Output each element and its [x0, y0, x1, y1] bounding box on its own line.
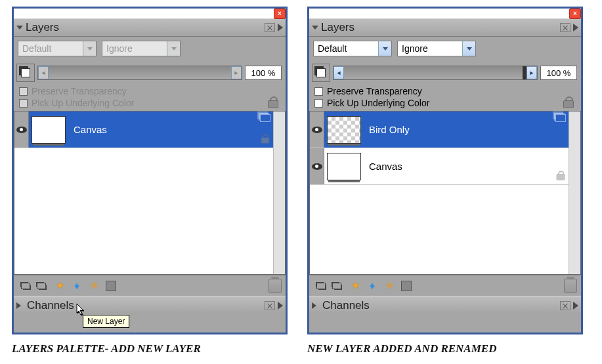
palette-header: Layers	[309, 18, 581, 37]
slider-left-arrow-icon[interactable]: ◄	[333, 66, 344, 79]
visibility-toggle[interactable]	[14, 111, 29, 148]
slider-right-arrow-icon[interactable]: ►	[231, 66, 242, 79]
palette-menu-icon[interactable]	[278, 302, 283, 310]
layer-name-label[interactable]: Canvas	[364, 161, 541, 172]
caption-left: Layers Palette- Add New Layer	[12, 342, 201, 355]
new-group-button[interactable]	[313, 278, 329, 294]
palette-close-icon[interactable]	[560, 301, 570, 310]
layer-thumbnail[interactable]	[324, 150, 364, 183]
channels-title: Channels	[322, 299, 557, 312]
preserve-transparency-checkbox[interactable]: Preserve Transparency	[19, 86, 134, 96]
pickup-color-label: Pick Up Underlying Color	[32, 98, 134, 108]
thumbnail-image	[32, 116, 66, 144]
lock-icon[interactable]	[266, 95, 280, 108]
new-layer-button[interactable]: ✦	[347, 278, 363, 294]
chevron-down-icon	[378, 41, 391, 56]
layer-lock-icon[interactable]	[259, 133, 271, 144]
palette-header: Layers	[14, 18, 286, 37]
new-mask-button[interactable]: ♦	[364, 278, 380, 294]
eye-icon	[16, 127, 27, 133]
thumbnail-image	[327, 153, 361, 180]
layer-row[interactable]: Bird Only	[310, 111, 580, 148]
chevron-down-icon	[83, 41, 96, 56]
window-titlebar: ×	[14, 9, 286, 18]
preserve-transparency-checkbox[interactable]: Preserve Transparency	[314, 86, 429, 96]
layer-to-group-button[interactable]	[330, 278, 346, 294]
pickup-color-checkbox[interactable]: Pick Up Underlying Color	[19, 98, 134, 108]
layer-indicator-icon[interactable]	[312, 64, 330, 82]
visibility-toggle[interactable]	[310, 148, 324, 184]
palette-menu-icon[interactable]	[573, 24, 578, 31]
checkbox-icon	[19, 87, 28, 96]
pickup-color-checkbox[interactable]: Pick Up Underlying Color	[314, 98, 429, 108]
layer-name-label[interactable]: Bird Only	[364, 124, 541, 135]
checkbox-icon	[19, 99, 28, 108]
pickup-color-label: Pick Up Underlying Color	[327, 98, 429, 108]
checkbox-icon	[314, 99, 323, 108]
composite-dropdown[interactable]: Ignore	[102, 41, 181, 56]
composite-value: Ignore	[106, 43, 133, 54]
palette-title: Layers	[321, 21, 557, 34]
layers-palette-right: × Layers Default Ignore ◄ ► 100 % Pre	[307, 7, 583, 334]
window-close-button[interactable]: ×	[274, 9, 286, 19]
opacity-slider[interactable]: ◄ ►	[333, 66, 538, 80]
delete-layer-button[interactable]	[269, 279, 282, 293]
palette-footer: ✦ ♦ ✧	[309, 275, 581, 296]
layer-to-group-button[interactable]	[35, 278, 51, 294]
vertical-scrollbar[interactable]	[273, 111, 285, 274]
new-layer-button[interactable]: ✦	[52, 278, 68, 294]
preserve-transparency-label: Preserve Transparency	[327, 86, 422, 96]
window-close-button[interactable]: ×	[569, 9, 581, 19]
blend-mode-dropdown[interactable]: Default	[18, 41, 97, 56]
layer-list: Bird Only Canvas	[309, 111, 581, 275]
channels-header[interactable]: Channels	[309, 296, 581, 314]
opacity-slider[interactable]: ◄ ►	[37, 66, 242, 80]
checkbox-icon	[314, 87, 323, 96]
palette-close-icon[interactable]	[265, 301, 275, 310]
blend-mode-dropdown[interactable]: Default	[313, 41, 392, 56]
tooltip: New Layer	[83, 315, 129, 328]
thumbnail-image	[327, 116, 361, 144]
thumbnail-button[interactable]	[103, 278, 119, 294]
vertical-scrollbar[interactable]	[569, 111, 580, 274]
new-mask-button[interactable]: ♦	[69, 278, 85, 294]
layers-palette-left: × Layers Default Ignore ◄ ► 100 % Preser…	[12, 7, 288, 334]
layer-row[interactable]: Canvas	[310, 148, 580, 185]
palette-menu-icon[interactable]	[278, 24, 283, 31]
palette-footer: ✦ ♦ ✧	[14, 275, 286, 296]
new-group-button[interactable]	[18, 278, 33, 294]
opacity-row: ◄ ► 100 %	[14, 60, 286, 85]
blend-mode-value: Default	[22, 43, 51, 54]
visibility-toggle[interactable]	[310, 111, 324, 148]
thumbnail-button[interactable]	[398, 278, 414, 294]
collapse-toggle-icon[interactable]	[312, 26, 318, 32]
opacity-input[interactable]: 100 %	[540, 66, 577, 80]
palette-close-icon[interactable]	[560, 23, 570, 32]
layer-thumbnail[interactable]	[29, 113, 68, 146]
caption-right: New Layer Added and Renamed	[307, 342, 496, 355]
composite-dropdown[interactable]: Ignore	[397, 41, 476, 56]
layer-stack-icon	[555, 114, 566, 122]
expand-toggle-icon	[312, 302, 320, 309]
channels-title: Channels	[27, 299, 262, 312]
expand-toggle-icon	[16, 302, 24, 309]
slider-left-arrow-icon[interactable]: ◄	[38, 66, 49, 79]
new-adjustment-button[interactable]: ✧	[381, 278, 397, 294]
layer-thumbnail[interactable]	[324, 113, 364, 146]
palette-close-icon[interactable]	[265, 23, 275, 32]
channels-header[interactable]: Channels	[14, 296, 286, 314]
layer-row[interactable]: Canvas	[14, 111, 285, 148]
new-adjustment-button[interactable]: ✧	[86, 278, 102, 294]
delete-layer-button[interactable]	[564, 279, 577, 293]
palette-menu-icon[interactable]	[573, 302, 578, 310]
layer-name-label[interactable]: Canvas	[68, 124, 246, 135]
opacity-input[interactable]: 100 %	[245, 66, 282, 80]
lock-icon[interactable]	[561, 95, 576, 108]
layer-indicator-icon[interactable]	[16, 64, 35, 82]
collapse-toggle-icon[interactable]	[16, 26, 23, 32]
blend-mode-row: Default Ignore	[309, 37, 581, 60]
slider-right-arrow-icon[interactable]: ►	[527, 66, 537, 79]
layer-lock-icon[interactable]	[555, 170, 567, 180]
blend-mode-value: Default	[318, 43, 347, 54]
eye-icon	[312, 127, 322, 133]
